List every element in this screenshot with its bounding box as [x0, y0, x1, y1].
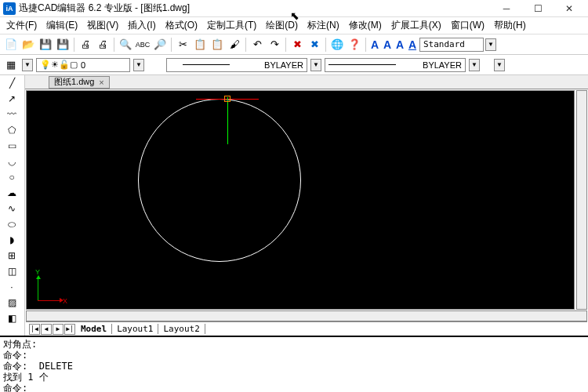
- browser-icon[interactable]: 🌐: [329, 37, 345, 53]
- drawing-canvas[interactable]: Y X: [26, 90, 575, 310]
- menu-view[interactable]: 视图(V): [82, 17, 123, 34]
- textstyle-dropdown-icon[interactable]: ▼: [485, 38, 496, 51]
- layer-combo[interactable]: 💡 ☀ 🔓 ▢ 0: [36, 58, 130, 72]
- menu-extensions[interactable]: 扩展工具(X): [387, 17, 446, 34]
- file-tab-label: 图纸1.dwg: [54, 76, 94, 88]
- bulb-icon: 💡: [40, 60, 51, 70]
- find-icon[interactable]: 🔎: [152, 37, 168, 53]
- text-a4-icon[interactable]: A: [407, 38, 418, 51]
- text-a2-icon[interactable]: A: [382, 38, 393, 51]
- cut-icon[interactable]: ✂: [175, 37, 191, 53]
- tab-next-icon[interactable]: ▶: [53, 324, 64, 335]
- file-tab[interactable]: 图纸1.dwg ×: [49, 76, 110, 89]
- linetype-dropdown-icon[interactable]: ▼: [310, 59, 321, 71]
- menu-modify[interactable]: 修改(M): [344, 17, 387, 34]
- linetype-combo[interactable]: BYLAYER: [166, 58, 307, 72]
- polygon-tool-icon[interactable]: ⬠: [0, 122, 24, 138]
- file-tab-close-icon[interactable]: ×: [99, 78, 103, 87]
- linetype-label: BYLAYER: [264, 60, 303, 70]
- layerprop-dropdown-icon[interactable]: ▼: [22, 59, 33, 71]
- maximize-button[interactable]: ☐: [522, 1, 554, 16]
- line-tool-icon[interactable]: ╱: [0, 75, 24, 91]
- extra-dropdown-icon[interactable]: ▼: [494, 59, 505, 71]
- app-icon: iA: [3, 2, 16, 15]
- region-tool-icon[interactable]: ◧: [0, 310, 24, 326]
- preview-icon[interactable]: 🖨: [95, 37, 111, 53]
- hatch-tool-icon[interactable]: ▨: [0, 295, 24, 310]
- print-icon[interactable]: 🖨: [78, 37, 93, 53]
- close-button[interactable]: ✕: [554, 1, 585, 16]
- layer-name: 0: [81, 60, 85, 70]
- draw-toolbar: ╱ ↗ 〰 ⬠ ▭ ◡ ○ ☁ ∿ ⬭ ◗ ⊞ ◫ · ▨ ◧: [0, 75, 25, 336]
- lineweight-dropdown-icon[interactable]: ▼: [469, 59, 480, 71]
- spline-tool-icon[interactable]: ∿: [0, 201, 24, 216]
- mouse-cursor: ⬉: [290, 9, 299, 22]
- zoom-icon[interactable]: 🔍: [118, 37, 133, 53]
- saveall-icon[interactable]: 💾: [55, 37, 71, 53]
- menu-tools[interactable]: 定制工具(T): [202, 17, 261, 34]
- toolbar-layers: ▦ ▼ 💡 ☀ 🔓 ▢ 0 ▼ BYLAYER ▼ BYLAYER ▼ ▼: [0, 55, 588, 75]
- layerprop-icon[interactable]: ▦: [3, 57, 19, 73]
- spell-icon[interactable]: ABC: [135, 37, 151, 53]
- menu-insert[interactable]: 插入(I): [123, 17, 160, 34]
- menu-window[interactable]: 窗口(W): [446, 17, 489, 34]
- menu-format[interactable]: 格式(O): [161, 17, 202, 34]
- layout-tabs: |◀ ◀ ▶ ▶| Model Layout1 Layout2: [26, 321, 587, 336]
- text-a3-icon[interactable]: A: [394, 38, 405, 51]
- erase-icon[interactable]: ✖: [289, 37, 305, 53]
- tab-layout2[interactable]: Layout2: [158, 324, 205, 334]
- workarea: ╱ ↗ 〰 ⬠ ▭ ◡ ○ ☁ ∿ ⬭ ◗ ⊞ ◫ · ▨ ◧ 图纸1.dwg …: [0, 75, 588, 336]
- arc-tool-icon[interactable]: ◡: [0, 154, 24, 169]
- linetype-preview: [183, 64, 230, 65]
- open-icon[interactable]: 📂: [20, 37, 36, 53]
- cmd-l5: 命令:: [3, 383, 27, 392]
- revcloud-tool-icon[interactable]: ☁: [0, 185, 24, 201]
- toolbar-standard: 📄 📂 💾 💾 🖨 🖨 🔍 ABC 🔎 ✂ 📋 📋 🖌 ↶ ↷ ✖ ✖ 🌐 ❓ …: [0, 34, 588, 55]
- canvas-wrap: 图纸1.dwg × Y X |: [25, 75, 588, 336]
- plot-icon: ▢: [70, 60, 78, 70]
- rectangle-tool-icon[interactable]: ▭: [0, 138, 24, 154]
- file-tabstrip: 图纸1.dwg ×: [25, 75, 588, 89]
- lock-icon: 🔓: [59, 60, 70, 70]
- tab-first-icon[interactable]: |◀: [29, 324, 40, 335]
- scrollbar-horizontal[interactable]: [26, 310, 587, 321]
- new-icon[interactable]: 📄: [3, 37, 19, 53]
- ellipse-tool-icon[interactable]: ⬭: [0, 216, 24, 232]
- save-icon[interactable]: 💾: [38, 37, 53, 53]
- menu-file[interactable]: 文件(F): [2, 17, 42, 34]
- text-a1-icon[interactable]: A: [369, 38, 380, 51]
- cmd-l4: 找到 1 个: [3, 372, 49, 383]
- xline-tool-icon[interactable]: ↗: [0, 91, 24, 107]
- minimize-button[interactable]: ─: [491, 1, 522, 16]
- redo-icon[interactable]: ↷: [267, 37, 282, 53]
- cmd-l1: 对角点:: [3, 339, 37, 350]
- sun-icon: ☀: [51, 60, 59, 70]
- tab-last-icon[interactable]: ▶|: [64, 324, 75, 335]
- point-tool-icon[interactable]: ·: [0, 279, 24, 295]
- earc-tool-icon[interactable]: ◗: [0, 232, 24, 248]
- tab-model[interactable]: Model: [76, 324, 112, 334]
- menu-edit[interactable]: 编辑(E): [42, 17, 82, 34]
- textstyle-combo[interactable]: Standard: [419, 38, 484, 52]
- menu-help[interactable]: 帮助(H): [489, 17, 531, 34]
- tab-layout1[interactable]: Layout1: [112, 324, 158, 334]
- scrollbar-vertical[interactable]: [576, 90, 587, 310]
- tab-prev-icon[interactable]: ◀: [41, 324, 52, 335]
- undo-icon[interactable]: ↶: [249, 37, 265, 53]
- circle-tool-icon[interactable]: ○: [0, 169, 24, 185]
- oops-icon[interactable]: ✖: [307, 37, 322, 53]
- copy-icon[interactable]: 📋: [192, 37, 208, 53]
- matchprop-icon[interactable]: 🖌: [227, 37, 242, 53]
- lineweight-label: BYLAYER: [423, 60, 462, 70]
- window-title: 迅捷CAD编辑器 6.2 专业版 - [图纸1.dwg]: [19, 2, 491, 15]
- layer-dropdown-icon[interactable]: ▼: [133, 59, 144, 71]
- insert-tool-icon[interactable]: ⊞: [0, 248, 24, 263]
- command-line[interactable]: 对角点: 命令: 命令: DELETE 找到 1 个 命令:: [0, 336, 588, 392]
- lineweight-preview: [328, 64, 396, 65]
- polyline-tool-icon[interactable]: 〰: [0, 107, 24, 122]
- menu-dimension[interactable]: 标注(N): [303, 17, 344, 34]
- help-icon[interactable]: ❓: [347, 37, 362, 53]
- paste-icon[interactable]: 📋: [209, 37, 225, 53]
- block-tool-icon[interactable]: ◫: [0, 263, 24, 279]
- lineweight-combo[interactable]: BYLAYER: [325, 58, 466, 72]
